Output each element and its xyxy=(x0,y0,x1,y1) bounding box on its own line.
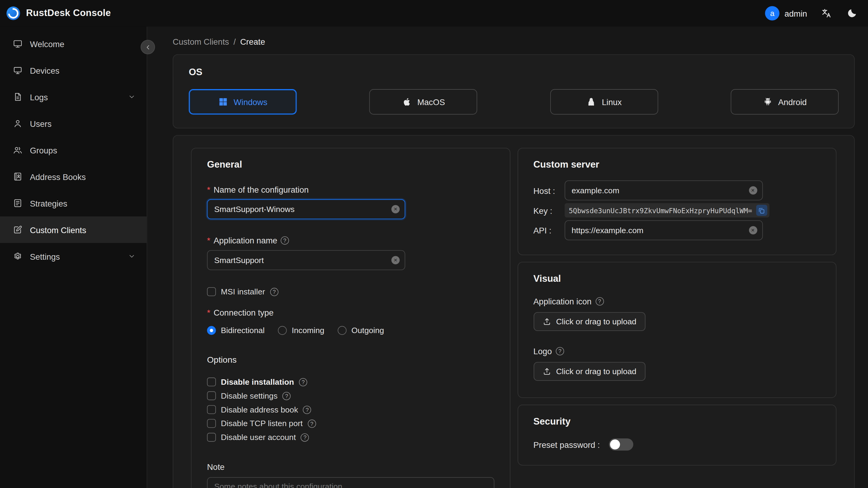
sidebar-item-welcome[interactable]: Welcome xyxy=(0,30,147,57)
user-menu[interactable]: a admin xyxy=(765,6,807,21)
language-icon[interactable] xyxy=(820,7,832,19)
sidebar-collapse-button[interactable] xyxy=(141,40,155,54)
users-icon xyxy=(13,145,23,155)
help-icon[interactable]: ? xyxy=(281,237,289,245)
help-icon[interactable]: ? xyxy=(595,297,603,305)
sidebar-item-logs[interactable]: Logs xyxy=(0,84,147,110)
sidebar-item-groups[interactable]: Groups xyxy=(0,137,147,163)
application-icon-upload-button[interactable]: Click or drag to upload xyxy=(533,312,645,331)
api-label: API : xyxy=(533,225,564,235)
app-name-input[interactable] xyxy=(207,250,405,270)
disable-installation-checkbox[interactable] xyxy=(207,377,216,386)
sidebar-item-settings[interactable]: Settings xyxy=(0,243,147,270)
os-button-linux[interactable]: Linux xyxy=(550,89,658,115)
os-card: OS Windows MacOS Linux xyxy=(173,54,855,129)
clear-icon[interactable]: × xyxy=(749,186,757,194)
radio-incoming[interactable]: Incoming xyxy=(278,326,324,335)
api-row: API : × xyxy=(533,220,820,240)
os-button-macos[interactable]: MacOS xyxy=(369,89,477,115)
os-card-title: OS xyxy=(189,67,839,78)
chevron-down-icon xyxy=(128,252,135,260)
option-disable-installation: Disable installation ? xyxy=(207,376,494,388)
upload-icon xyxy=(542,317,551,326)
options-list: Disable installation ? Disable settings … xyxy=(207,376,494,444)
help-icon[interactable]: ? xyxy=(556,347,564,355)
sidebar-item-devices[interactable]: Devices xyxy=(0,57,147,84)
clear-icon[interactable]: × xyxy=(392,256,400,264)
copy-icon[interactable] xyxy=(756,205,767,216)
help-icon[interactable]: ? xyxy=(299,378,307,386)
disable-address-book-checkbox[interactable] xyxy=(207,405,216,414)
sidebar: Welcome Devices Logs Users Groups Ad xyxy=(0,27,147,488)
note-textarea[interactable] xyxy=(207,477,494,488)
radio-outgoing[interactable]: Outgoing xyxy=(338,326,384,335)
breadcrumb-separator: / xyxy=(234,37,236,46)
avatar: a xyxy=(765,6,779,21)
key-row: Key : 5Qbwsde3unUcJBtrx9ZkvUmwFNoExHzpry… xyxy=(533,203,820,218)
sidebar-item-strategies[interactable]: Strategies xyxy=(0,190,147,216)
application-icon-label: Application icon ? xyxy=(533,297,820,306)
os-button-windows[interactable]: Windows xyxy=(189,89,297,115)
visual-card: Visual Application icon ? Click or drag … xyxy=(517,262,837,398)
msi-installer-checkbox[interactable] xyxy=(207,287,216,296)
api-field: × xyxy=(564,220,763,240)
disable-settings-checkbox[interactable] xyxy=(207,391,216,400)
config-name-field: × xyxy=(207,199,405,219)
visual-title: Visual xyxy=(533,273,820,284)
note-label: Note xyxy=(207,462,494,471)
help-icon[interactable]: ? xyxy=(301,433,309,441)
connection-type-options: Bidirectional Incoming Outgoing xyxy=(207,326,494,335)
right-column: Custom server Host : × Key : xyxy=(517,148,837,465)
preset-password-toggle[interactable] xyxy=(609,438,633,451)
host-row: Host : × xyxy=(533,181,820,201)
radio-icon xyxy=(278,326,287,335)
android-icon xyxy=(763,97,773,107)
radio-icon xyxy=(207,326,216,335)
config-name-input[interactable] xyxy=(207,199,405,219)
api-input[interactable] xyxy=(564,220,763,240)
custom-server-title: Custom server xyxy=(533,159,820,171)
breadcrumb: Custom Clients / Create xyxy=(173,34,855,49)
windows-icon xyxy=(218,97,228,107)
configuration-card: General * Name of the configuration × * … xyxy=(173,135,855,488)
options-title: Options xyxy=(207,355,494,365)
welcome-icon xyxy=(13,39,23,49)
clear-icon[interactable]: × xyxy=(749,226,757,234)
server-key-value: 5Qbwsde3unUcJBtrx9ZkvUmwFNoExHzpryHuPUdq… xyxy=(569,206,752,214)
top-bar: RustDesk Console a admin xyxy=(0,0,868,27)
connection-type-label: * Connection type xyxy=(207,308,494,317)
document-icon xyxy=(13,92,23,102)
help-icon[interactable]: ? xyxy=(303,405,311,414)
os-button-android[interactable]: Android xyxy=(731,89,838,115)
logo-upload-button[interactable]: Click or drag to upload xyxy=(533,362,645,381)
clear-icon[interactable]: × xyxy=(392,205,400,213)
msi-installer-row: MSI installer ? xyxy=(207,286,494,298)
address-book-icon xyxy=(13,172,23,182)
help-icon[interactable]: ? xyxy=(282,392,290,400)
top-bar-actions: a admin xyxy=(765,6,858,21)
disable-user-account-checkbox[interactable] xyxy=(207,433,216,441)
app-title: RustDesk Console xyxy=(26,8,111,19)
sidebar-item-custom-clients[interactable]: Custom Clients xyxy=(0,216,147,243)
general-title: General xyxy=(207,159,494,171)
radio-bidirectional[interactable]: Bidirectional xyxy=(207,326,265,335)
disable-tcp-listen-port-checkbox[interactable] xyxy=(207,419,216,428)
key-label: Key : xyxy=(533,206,564,215)
config-name-label: * Name of the configuration xyxy=(207,185,494,194)
dark-mode-icon[interactable] xyxy=(846,7,858,19)
chevron-down-icon xyxy=(128,93,135,101)
preset-password-row: Preset password : xyxy=(533,438,820,451)
help-icon[interactable]: ? xyxy=(308,419,316,427)
sidebar-item-address-books[interactable]: Address Books xyxy=(0,163,147,190)
security-title: Security xyxy=(533,416,820,427)
app-name-label: * Application name ? xyxy=(207,236,494,245)
sidebar-item-users[interactable]: Users xyxy=(0,110,147,137)
host-input[interactable] xyxy=(564,181,763,201)
username: admin xyxy=(784,8,807,18)
breadcrumb-parent[interactable]: Custom Clients xyxy=(173,37,229,46)
custom-server-card: Custom server Host : × Key : xyxy=(517,148,837,255)
radio-icon xyxy=(338,326,346,335)
option-disable-tcp-listen-port: Disable TCP listen port ? xyxy=(207,417,494,429)
gear-icon xyxy=(13,251,23,261)
help-icon[interactable]: ? xyxy=(270,287,278,296)
